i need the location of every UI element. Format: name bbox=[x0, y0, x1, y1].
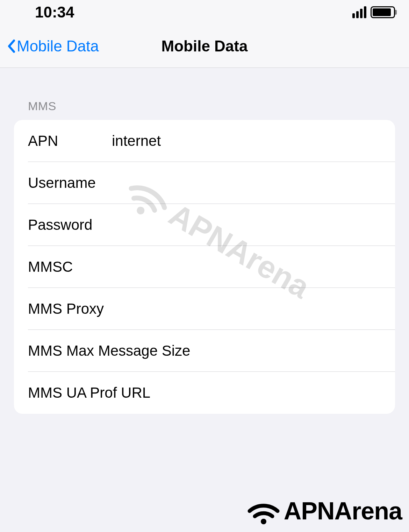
page-title: Mobile Data bbox=[162, 37, 248, 55]
status-indicators bbox=[352, 6, 395, 18]
mms-settings-group: APN Username Password MMSC MMS Proxy MMS… bbox=[14, 120, 395, 414]
section-header-mms: MMS bbox=[0, 68, 409, 120]
back-button[interactable]: Mobile Data bbox=[0, 37, 99, 55]
mms-max-size-input[interactable] bbox=[190, 342, 381, 359]
password-label: Password bbox=[28, 217, 112, 233]
nav-header: Mobile Data Mobile Data bbox=[0, 24, 409, 68]
mms-ua-prof-url-input[interactable] bbox=[150, 384, 381, 401]
password-input[interactable] bbox=[112, 217, 381, 233]
mms-ua-prof-url-row[interactable]: MMS UA Prof URL bbox=[14, 372, 395, 414]
status-time: 10:34 bbox=[35, 3, 74, 21]
mms-proxy-input[interactable] bbox=[112, 300, 381, 317]
mms-max-size-row[interactable]: MMS Max Message Size bbox=[14, 330, 395, 372]
watermark-bottom: APNArena bbox=[246, 497, 402, 525]
chevron-back-icon bbox=[7, 39, 15, 53]
mms-proxy-label: MMS Proxy bbox=[28, 300, 112, 317]
mms-max-size-label: MMS Max Message Size bbox=[28, 342, 190, 359]
mmsc-input[interactable] bbox=[112, 258, 381, 275]
svg-point-1 bbox=[261, 519, 266, 524]
battery-icon bbox=[371, 6, 395, 18]
status-bar: 10:34 bbox=[0, 0, 409, 24]
mmsc-row[interactable]: MMSC bbox=[14, 246, 395, 288]
username-row[interactable]: Username bbox=[14, 162, 395, 204]
mms-ua-prof-url-label: MMS UA Prof URL bbox=[28, 384, 150, 401]
mms-proxy-row[interactable]: MMS Proxy bbox=[14, 288, 395, 330]
apn-row[interactable]: APN bbox=[14, 120, 395, 162]
password-row[interactable]: Password bbox=[14, 204, 395, 246]
apn-input[interactable] bbox=[112, 133, 381, 149]
wifi-icon bbox=[246, 497, 281, 525]
username-input[interactable] bbox=[112, 175, 381, 191]
mmsc-label: MMSC bbox=[28, 258, 112, 275]
cellular-signal-icon bbox=[352, 6, 366, 18]
back-label: Mobile Data bbox=[17, 37, 99, 55]
username-label: Username bbox=[28, 175, 112, 191]
apn-label: APN bbox=[28, 133, 112, 149]
watermark-bottom-text: APNArena bbox=[284, 497, 402, 525]
